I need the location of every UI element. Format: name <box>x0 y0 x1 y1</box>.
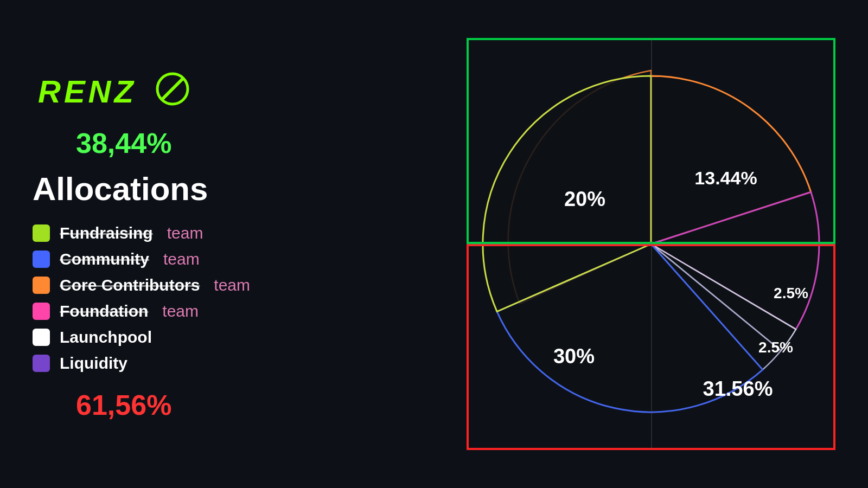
legend-color-foundation <box>33 303 50 320</box>
legend-label-liquidity: Liquidity <box>60 354 127 373</box>
svg-text:2.5%: 2.5% <box>774 285 808 301</box>
legend-label-community: Community <box>60 250 149 268</box>
left-panel: RENZ 38,44% Allocations FundraisingteamC… <box>33 67 369 421</box>
svg-text:RENZ: RENZ <box>38 74 137 109</box>
legend-item-core-contributors: Core Contributorsteam <box>33 276 369 294</box>
legend-color-fundraising <box>33 224 50 242</box>
legend-item-foundation: Foundationteam <box>33 302 369 320</box>
legend: FundraisingteamCommunityteamCore Contrib… <box>33 224 369 373</box>
legend-team-fundraising: team <box>167 224 203 242</box>
svg-text:30%: 30% <box>553 345 595 368</box>
logo-svg: RENZ <box>33 67 195 111</box>
legend-color-liquidity <box>33 355 50 372</box>
svg-text:2.5%: 2.5% <box>758 339 793 356</box>
legend-label-foundation: Foundation <box>60 302 148 320</box>
logo: RENZ <box>33 67 369 111</box>
legend-team-community: team <box>163 250 200 268</box>
allocations-title: Allocations <box>33 170 369 208</box>
legend-team-core-contributors: team <box>214 276 250 294</box>
legend-label-fundraising: Fundraising <box>60 224 153 242</box>
legend-color-core-contributors <box>33 277 50 294</box>
legend-item-community: Communityteam <box>33 250 369 268</box>
svg-text:31.56%: 31.56% <box>703 377 773 400</box>
svg-line-2 <box>162 78 183 100</box>
legend-item-liquidity: Liquidity <box>33 354 369 373</box>
percentage-bottom: 61,56% <box>76 389 369 421</box>
legend-team-foundation: team <box>162 302 199 320</box>
legend-item-fundraising: Fundraisingteam <box>33 224 369 242</box>
legend-color-community <box>33 251 50 268</box>
legend-label-core-contributors: Core Contributors <box>60 276 200 294</box>
percentage-top: 38,44% <box>76 127 369 159</box>
legend-color-launchpool <box>33 329 50 346</box>
svg-text:13.44%: 13.44% <box>694 168 757 188</box>
pie-chart: 20% 13.44% 2.5% 2.5% 30% 31.56% <box>467 38 835 450</box>
legend-label-launchpool: Launchpool <box>60 328 152 346</box>
chart-wrapper: 20% 13.44% 2.5% 2.5% 30% 31.56% <box>467 38 835 450</box>
svg-text:20%: 20% <box>564 188 605 210</box>
legend-item-launchpool: Launchpool <box>33 328 369 346</box>
